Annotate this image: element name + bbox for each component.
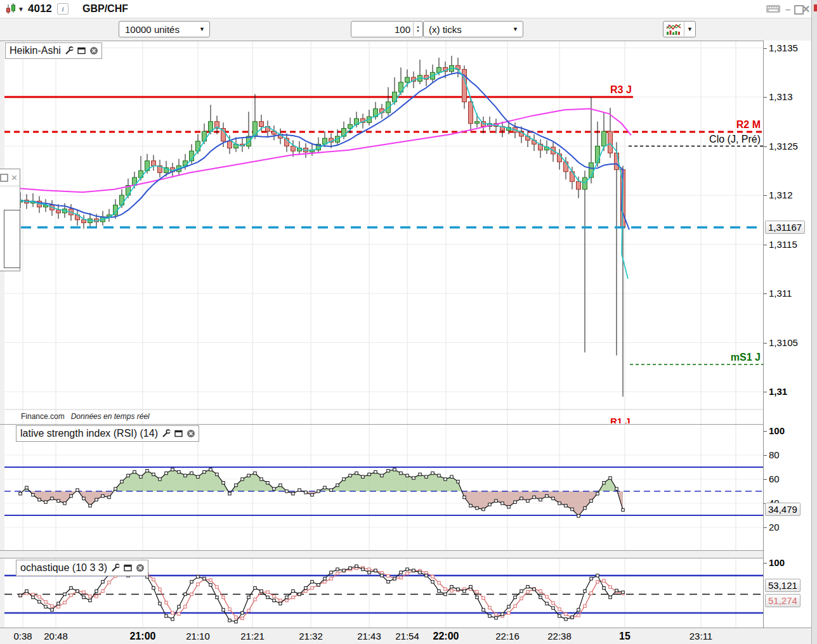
axis-tick-label: 1,313: [769, 91, 793, 102]
tick-unit-value: (x) ticks: [429, 24, 462, 35]
wrench-icon[interactable]: [162, 429, 171, 438]
spinner-stepper[interactable]: ▲▼: [413, 22, 422, 36]
rsi-indicator-tab: lative strength index (RSI) (14): [16, 425, 199, 442]
axis-tick-label: 1,3125: [769, 141, 798, 151]
info-button[interactable]: i: [57, 3, 69, 15]
stoch-d-badge: 51,274: [765, 594, 801, 607]
svg-text:mS1 J: mS1 J: [731, 352, 761, 363]
chart-style-icon: [663, 23, 684, 35]
time-tick-label: 21:10: [186, 631, 210, 641]
stoch-indicator-tab: ochastique (10 3 3): [16, 560, 148, 576]
chevron-down-icon: ▼: [195, 26, 209, 32]
time-tick-label: 21:32: [299, 631, 323, 641]
chevron-down-icon: ▼: [508, 26, 523, 32]
axis-tick-label: 1,3135: [769, 42, 798, 53]
axis-tick-label: 20: [769, 522, 780, 532]
axis-tick-mark: [764, 431, 767, 432]
keyboard-icon[interactable]: [766, 0, 781, 18]
axis-tick-label: 1,311: [769, 288, 792, 299]
wrench-icon[interactable]: [111, 564, 120, 572]
axis-tick-mark: [764, 343, 767, 344]
close-circle-icon[interactable]: [136, 564, 145, 572]
time-axis[interactable]: 0:3820:4821:0021:1021:2121:3221:4321:542…: [0, 628, 817, 644]
wrench-icon[interactable]: [65, 46, 74, 55]
axis-tick-mark: [764, 527, 767, 528]
close-circle-icon[interactable]: [89, 46, 98, 55]
minimize-button[interactable]: –: [785, 0, 790, 18]
time-tick-label: 21:54: [395, 631, 419, 641]
watermark-note: Données en temps réel: [71, 412, 150, 421]
stoch-k-badge: 53,121: [765, 579, 801, 592]
instrument-dropdown-caret[interactable]: ▼: [18, 0, 24, 18]
svg-text:R3 J: R3 J: [610, 84, 632, 95]
close-button[interactable]: ✕: [802, 0, 810, 18]
units-select[interactable]: 10000 unités ▼: [119, 21, 210, 37]
rsi-chart-canvas[interactable]: [4, 425, 763, 550]
window-icon[interactable]: [77, 47, 86, 55]
main-indicator-tab: Heikin-Ashi: [5, 42, 102, 59]
axis-tick-label: 100: [769, 425, 785, 436]
axis-tick-mark: [764, 195, 767, 196]
main-chart-canvas[interactable]: R3 JR2 MClo (J, Pré)mS1 J: [4, 41, 763, 424]
chart-toolbar: 10000 unités ▼ 100 ▲▼ (x) ticks ▼ ▼: [0, 18, 817, 41]
tick-count-input[interactable]: 100 ▲▼: [351, 21, 423, 37]
panel-divider: [0, 550, 811, 551]
axis-tick-mark: [764, 293, 767, 294]
rsi-value-badge: 34,479: [765, 503, 801, 516]
time-tick-label: 22:38: [547, 631, 572, 641]
close-circle-icon[interactable]: [186, 429, 195, 438]
time-tick-label: 21:00: [130, 631, 156, 642]
axis-tick-mark: [764, 146, 767, 147]
chart-style-button[interactable]: ▼: [663, 21, 696, 37]
axis-tick-mark: [764, 97, 767, 98]
stoch-indicator-title: ochastique (10 3 3): [20, 562, 107, 574]
axis-tick-label: 80: [769, 449, 780, 460]
instrument-candle-icon: [4, 0, 17, 18]
watermark-site: Finance.com: [21, 412, 65, 421]
rsi-indicator-title: lative strength index (RSI) (14): [20, 428, 158, 439]
watermark: Finance.comDonnées en temps réel: [21, 412, 150, 421]
chart-style-dropdown[interactable]: ▼: [684, 22, 695, 36]
trading-app-window: ▼ 4012 i GBP/CHF – ✕ 10000 unités ▼ 100 …: [0, 0, 817, 644]
time-tick-label: 22:00: [433, 631, 459, 642]
axis-tick-label: 60: [769, 473, 780, 484]
main-indicator-title: Heikin-Ashi: [10, 45, 61, 56]
alert-mark: [814, 4, 817, 11]
time-tick-label: 21:43: [357, 631, 381, 641]
axis-tick-mark: [764, 455, 767, 456]
panel-divider: [0, 558, 811, 558]
window-icon[interactable]: [174, 430, 183, 437]
axis-tick-mark: [764, 479, 767, 480]
r1-level-label-clipped: R1 J: [610, 416, 631, 423]
window-titlebar: ▼ 4012 i GBP/CHF – ✕: [0, 0, 817, 18]
panel-divider: [0, 41, 811, 41]
time-tick-label: 23:11: [690, 631, 712, 641]
time-tick-label: 22:16: [495, 631, 520, 641]
axis-tick-label: 1,31: [769, 386, 787, 397]
axis-tick-mark: [764, 563, 767, 564]
value-axis-column[interactable]: 1,31351,3131,31251,3121,31151,3111,31051…: [763, 41, 811, 628]
time-tick-label: 21:21: [240, 631, 265, 641]
svg-text:Clo (J, Pré): Clo (J, Pré): [709, 134, 761, 145]
close-icon[interactable]: ✕: [11, 173, 18, 183]
axis-tick-mark: [764, 245, 767, 245]
svg-text:R2 M: R2 M: [736, 119, 761, 130]
axis-tick-label: 100: [769, 557, 785, 568]
instrument-number: 4012: [28, 0, 52, 18]
right-edge-strip: [811, 0, 817, 644]
mini-window-content: [4, 210, 20, 268]
window-icon[interactable]: [124, 564, 132, 572]
axis-tick-mark: [764, 48, 767, 49]
axis-tick-label: 1,3105: [769, 337, 798, 348]
maximize-icon[interactable]: [0, 174, 8, 182]
tick-unit-select[interactable]: (x) ticks ▼: [423, 21, 523, 37]
mini-window-titlebar: ✕: [0, 169, 20, 186]
floating-mini-window[interactable]: ✕: [0, 169, 20, 271]
last-price-badge: 1,31167: [765, 221, 805, 234]
units-select-value: 10000 unités: [125, 24, 180, 35]
time-tick-label: 15: [619, 631, 631, 642]
axis-tick-label: 1,3115: [769, 239, 797, 250]
tick-count-value: 100: [351, 24, 413, 35]
axis-tick-label: 1,312: [769, 190, 793, 200]
axis-tick-mark: [764, 392, 767, 392]
